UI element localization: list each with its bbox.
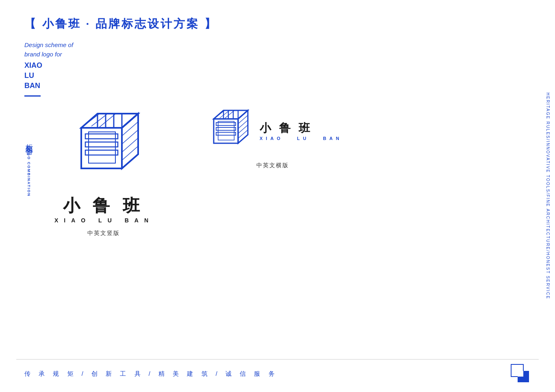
- svg-rect-3: [85, 142, 118, 147]
- caption-vertical: 中英文竖版: [87, 230, 120, 237]
- subtitle-name: XIAO LU BAN: [24, 60, 73, 91]
- svg-line-16: [122, 146, 138, 160]
- svg-rect-20: [216, 132, 236, 135]
- cn-text-large: 小 鲁 班: [63, 194, 144, 217]
- svg-rect-21: [218, 121, 234, 140]
- svg-line-32: [238, 130, 248, 138]
- name-lu: LU: [24, 71, 73, 81]
- corner-logo: [510, 364, 531, 384]
- svg-rect-18: [216, 123, 236, 125]
- svg-rect-35: [518, 371, 523, 377]
- svg-rect-5: [89, 132, 115, 163]
- subtitle-en: Design scheme of brand logo for: [24, 41, 73, 59]
- horizontal-text-group: 小 鲁 班 XIAO LU BAN: [260, 121, 343, 141]
- svg-line-13: [122, 122, 138, 136]
- logo-icon-large: [63, 106, 144, 188]
- svg-line-14: [122, 130, 138, 144]
- logo-vertical: 小 鲁 班 XIAO LU BAN 中英文竖版: [53, 106, 154, 237]
- subtitle-line1: Design scheme of: [24, 41, 73, 48]
- logo-horizontal: 小 鲁 班 XIAO LU BAN 中英文横版: [203, 106, 343, 237]
- svg-line-30: [238, 120, 248, 129]
- right-vertical-text-container: HERITAGE RULES/INNOVATIVE TOOLS/FINE ARC…: [541, 0, 555, 392]
- subtitle-underline: [24, 95, 41, 97]
- subtitle-line2: brand logo for: [24, 51, 62, 58]
- horizontal-inner: 小 鲁 班 XIAO LU BAN: [203, 106, 343, 156]
- title-text: 【 小鲁班 · 品牌标志设计方案 】: [24, 17, 217, 30]
- svg-line-29: [238, 115, 248, 124]
- vertical-text: HERITAGE RULES/INNOVATIVE TOOLS/FINE ARC…: [546, 93, 550, 299]
- page-container: 【 小鲁班 · 品牌标志设计方案 】 Design scheme of bran…: [0, 0, 555, 392]
- logo-icon-small: [203, 106, 251, 156]
- eng-text-small: XIAO LU BAN: [260, 136, 343, 141]
- vertical-text-group: 小 鲁 班 XIAO LU BAN: [53, 194, 154, 224]
- svg-line-15: [122, 138, 138, 152]
- bottom-divider: [16, 359, 539, 360]
- svg-rect-2: [85, 134, 118, 139]
- svg-rect-4: [85, 150, 118, 155]
- label-cn: 标志组合: [24, 138, 33, 143]
- cn-text-small: 小 鲁 班: [260, 121, 343, 136]
- svg-line-31: [238, 125, 248, 134]
- left-label: 标志组合 LOGO COMBINATION: [24, 138, 33, 197]
- main-title: 【 小鲁班 · 品牌标志设计方案 】: [24, 16, 531, 32]
- svg-rect-19: [216, 127, 236, 130]
- label-en: LOGO COMBINATION: [27, 146, 31, 197]
- caption-horizontal: 中英文横版: [256, 162, 289, 169]
- subtitle-section: Design scheme of brand logo for XIAO LU …: [24, 41, 73, 97]
- name-ban: BAN: [24, 81, 73, 91]
- eng-text-large: XIAO LU BAN: [54, 217, 154, 224]
- name-xiao: XIAO: [24, 60, 73, 71]
- content-area: 小 鲁 班 XIAO LU BAN 中英文竖版: [53, 106, 535, 237]
- bottom-text: 传 承 规 矩 / 创 新 工 具 / 精 美 建 筑 / 诚 信 服 务: [24, 370, 278, 378]
